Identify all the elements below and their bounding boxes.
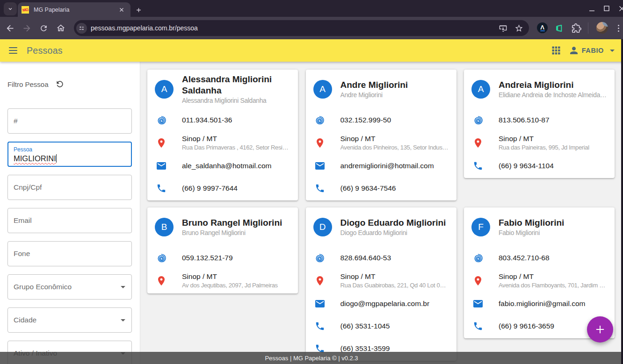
- address-row: Sinop / MTRua Das Primaveras , 4162, Set…: [147, 131, 298, 155]
- phone-value: (66) 3531-1045: [340, 321, 390, 331]
- page-scrollbar[interactable]: [621, 39, 623, 364]
- extensions-area: Λ: [0, 21, 623, 35]
- dropdown-arrow-icon: [117, 314, 129, 326]
- page-title: Pessoas: [27, 39, 63, 62]
- filter-field-id[interactable]: #: [7, 108, 132, 134]
- city-value: Sinop / MT: [499, 134, 589, 143]
- cpf-value: 032.152.999-50: [340, 115, 391, 125]
- cpf-row: 813.506.510-87: [464, 109, 615, 131]
- fingerprint-icon: [314, 253, 325, 264]
- card-header: AAndreia MiglioriniElidiane Andreia de I…: [464, 70, 615, 109]
- address-value: Rua Das Guabirobas, 221, Qd 40 Lot 07,…: [340, 281, 449, 290]
- filter-field-fone[interactable]: Fone: [7, 241, 132, 266]
- city-value: Sinop / MT: [182, 272, 278, 281]
- person-icon[interactable]: [568, 45, 580, 56]
- phone-icon: [156, 183, 167, 193]
- window-controls: [584, 0, 623, 17]
- city-value: Sinop / MT: [340, 134, 449, 143]
- phone-icon: [315, 321, 325, 331]
- person-subtitle: Elidiane Andreia de Inchoste Almeida …: [499, 91, 607, 100]
- plus-icon: [135, 7, 142, 14]
- window-close-button[interactable]: [614, 0, 623, 16]
- filter-field-email[interactable]: Email: [7, 208, 132, 233]
- filter-field-grupo-econ-mico[interactable]: Grupo Econômico: [7, 274, 132, 300]
- location-pin-icon: [156, 275, 167, 286]
- window-maximize-button[interactable]: [599, 0, 614, 16]
- phone-value: (66) 9 9997-7644: [182, 184, 238, 193]
- tab-close-icon[interactable]: [117, 6, 126, 14]
- person-name: Alessandra Migliorini Saldanha: [182, 74, 290, 96]
- hamburger-menu-icon[interactable]: [7, 45, 19, 56]
- field-label: Email: [14, 216, 126, 225]
- new-tab-button[interactable]: [132, 4, 145, 16]
- extension-teal-icon[interactable]: [553, 22, 565, 34]
- city-value: Sinop / MT: [182, 134, 290, 143]
- email-row: ale_saldanha@hotmail.com: [147, 155, 298, 177]
- dropdown-arrow-icon: [117, 281, 129, 293]
- address-value: Av dos Jequtibas, 2097, Jd Palmeiras: [182, 281, 278, 290]
- field-value: MIGLIORINI: [14, 154, 56, 163]
- address-value: Avenida dos Flamboyants, 701, Jardim …: [499, 281, 605, 290]
- favicon-mg: MG: [22, 6, 29, 14]
- filter-field-cidade[interactable]: Cidade: [7, 307, 132, 333]
- filter-reset-icon[interactable]: [54, 79, 65, 90]
- extension-a-icon[interactable]: Λ: [537, 22, 548, 33]
- person-card[interactable]: AAndre MiglioriniAndre Migliorini032.152…: [306, 70, 456, 200]
- card-header: FFabio MiglioriniFabio Migliorini: [464, 207, 615, 247]
- card-header: AAlessandra Migliorini SaldanhaAlessandr…: [147, 70, 298, 109]
- person-card[interactable]: AAlessandra Migliorini SaldanhaAlessandr…: [147, 70, 298, 200]
- apps-grid-icon[interactable]: [551, 45, 562, 56]
- cpf-row: 828.694.640-53: [306, 247, 456, 269]
- fingerprint-icon: [473, 115, 484, 126]
- email-value: ale_saldanha@hotmail.com: [182, 161, 272, 171]
- cpf-row: 032.152.999-50: [306, 109, 456, 131]
- address-row: Sinop / MTRua das Paineiras, 995, Jd Imp…: [464, 131, 615, 155]
- address-value: Rua Das Primaveras , 4162, Setor Resid…: [182, 143, 290, 152]
- person-name: Andreia Migliorini: [499, 79, 607, 91]
- tab-title: MG Papelaria: [34, 7, 117, 13]
- avatar: A: [155, 80, 174, 99]
- chevron-down-icon: [7, 6, 13, 12]
- location-pin-icon: [472, 275, 484, 286]
- footer-text: Pessoas | MG Papelaria © | v0.2.3: [265, 355, 358, 362]
- person-name: Andre Migliorini: [340, 79, 408, 91]
- address-row: Sinop / MTRua Das Guabirobas, 221, Qd 40…: [306, 269, 456, 293]
- phone-row: (66) 9 9634-1104: [464, 155, 615, 177]
- email-icon: [314, 160, 326, 171]
- email-value: andremigliorini@hotmail.com: [340, 161, 434, 171]
- email-icon: [314, 298, 326, 309]
- person-card[interactable]: BBruno Rangel MiglioriniBruno Rangel Mig…: [147, 207, 298, 293]
- extensions-puzzle-icon[interactable]: [571, 22, 582, 34]
- filter-field-pessoa[interactable]: PessoaMIGLIORINI: [7, 142, 132, 167]
- city-value: Sinop / MT: [499, 272, 605, 281]
- card-header: AAndre MiglioriniAndre Migliorini: [306, 70, 456, 109]
- person-name: Bruno Rangel Migliorini: [182, 217, 282, 228]
- location-pin-icon: [156, 137, 167, 149]
- window-minimize-button[interactable]: [584, 0, 599, 16]
- tab-search-button[interactable]: [4, 2, 17, 15]
- cpf-row: 011.934.501-36: [147, 109, 298, 131]
- phone-row: (66) 3531-1045: [306, 315, 456, 337]
- app-header: Pessoas FABIO: [0, 39, 623, 62]
- field-label: Fone: [14, 250, 126, 258]
- person-subtitle: Diogo Eduardo Migliorini: [340, 228, 446, 238]
- email-icon: [472, 298, 484, 309]
- browser-tabstrip: MG MG Papelaria: [0, 0, 623, 17]
- cpf-value: 828.694.640-53: [340, 253, 391, 263]
- add-person-fab[interactable]: [587, 316, 613, 343]
- browser-tab[interactable]: MG MG Papelaria: [18, 2, 130, 17]
- user-name[interactable]: FABIO: [582, 47, 604, 54]
- field-label: Cidade: [14, 316, 117, 324]
- address-value: Avenida dos Pinheiros, 135, Setor Indus…: [340, 143, 449, 152]
- browser-menu-icon[interactable]: [614, 22, 623, 34]
- person-card[interactable]: DDiogo Eduardo MiglioriniDiogo Eduardo M…: [306, 207, 456, 361]
- filter-field-cnpj-cpf[interactable]: Cnpj/Cpf: [7, 175, 132, 200]
- person-card[interactable]: AAndreia MiglioriniElidiane Andreia de I…: [464, 70, 615, 178]
- fingerprint-icon: [156, 115, 167, 126]
- browser-toolbar: pessoas.mgpapelaria.com.br/pessoa Λ: [0, 17, 623, 39]
- plus-icon: [594, 323, 606, 335]
- caret-down-icon[interactable]: [607, 45, 618, 56]
- cpf-value: 803.452.710-68: [499, 253, 550, 263]
- profile-avatar[interactable]: [596, 22, 608, 34]
- email-value: diogo@mgpapelaria.com.br: [340, 299, 430, 308]
